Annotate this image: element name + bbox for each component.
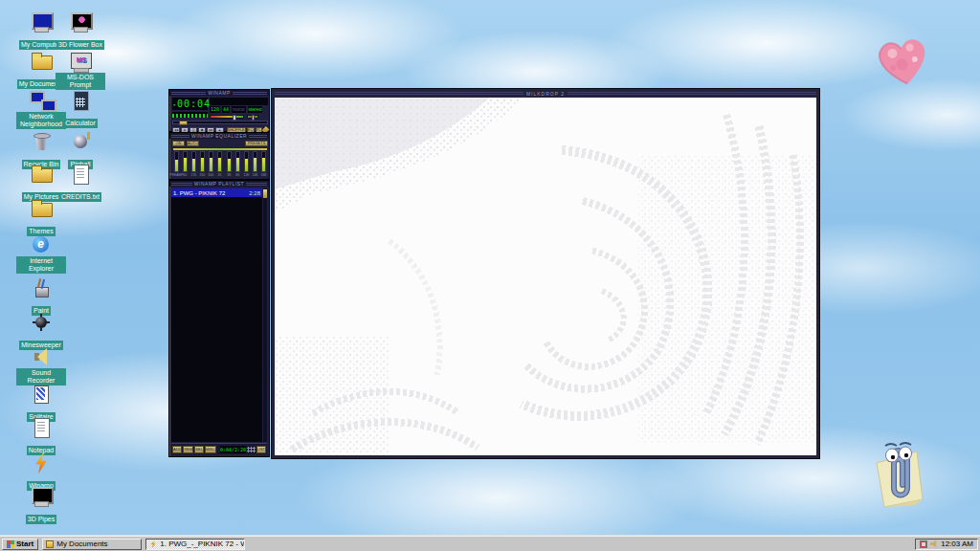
- eq-band[interactable]: 3K: [225, 151, 233, 178]
- winamp-main-titlebar[interactable]: WINAMP: [169, 90, 269, 96]
- pink-heart-icon: [873, 33, 934, 90]
- titlebar-line: [275, 92, 523, 95]
- balance-slider[interactable]: [247, 115, 258, 119]
- start-label: Start: [16, 540, 33, 548]
- desktop-icon-calculator[interactable]: Calculator: [56, 90, 105, 129]
- playlist-titlebar[interactable]: WINAMP PLAYLIST: [169, 181, 269, 187]
- visualization-titlebar[interactable]: MILKDROP 2: [275, 90, 816, 97]
- visualization-window: MILKDROP 2: [271, 88, 820, 459]
- winamp-lightning-icon: [149, 540, 157, 548]
- taskbar-task-my-documents[interactable]: My Documents: [42, 539, 142, 550]
- equalizer-controls: ON AUTO PRESETS: [172, 141, 268, 146]
- playlist-add-button[interactable]: ADD: [172, 446, 182, 453]
- minesweeper-icon: [29, 312, 54, 333]
- titlebar-line: [171, 135, 189, 138]
- desktop: My Computer 3D Flower Box My Documents M…: [0, 0, 980, 551]
- calculator-icon: [68, 90, 93, 111]
- titlebar-line: [171, 183, 192, 186]
- volume-tray-icon[interactable]: [930, 540, 938, 548]
- icon-label: 3D Flower Box: [56, 40, 104, 50]
- eq-auto-button[interactable]: AUTO: [187, 141, 199, 146]
- my-computer-icon: [29, 11, 54, 33]
- desktop-icon-minesweeper[interactable]: Minesweeper: [16, 312, 66, 351]
- taskbar-task-winamp[interactable]: 1. PWG_-_PIKNIK 72 - Wi...: [145, 539, 245, 550]
- display-settings-tray-icon[interactable]: [920, 540, 927, 548]
- paint-icon: [29, 277, 54, 298]
- winamp-playlist-window: WINAMP PLAYLIST 1. PWG - PIKNIK 72 2:28 …: [168, 180, 270, 457]
- text-file-icon: [68, 164, 93, 185]
- winamp-main-window: WINAMP ▸ 00:04 1. PWG - PIKNIK 72 (2:28)…: [168, 89, 270, 132]
- eq-band[interactable]: 170: [189, 151, 197, 178]
- start-button[interactable]: Start: [2, 539, 38, 550]
- playlist-select-button[interactable]: SEL: [194, 446, 204, 453]
- speaker-icon: [29, 346, 54, 367]
- desktop-icon-credits-txt[interactable]: CREDITS.txt: [56, 164, 105, 203]
- playlist-time-readout: 0:04/2:28: [220, 446, 246, 453]
- eq-band[interactable]: 12K: [243, 151, 251, 178]
- eq-band[interactable]: 60: [181, 151, 189, 178]
- stream-info: 128 44 mono stereo: [210, 106, 268, 113]
- clippy-assistant: [867, 438, 930, 518]
- titlebar-line: [568, 92, 816, 95]
- heart-sticker: [873, 33, 934, 94]
- desktop-icon-sound-recorder[interactable]: Sound Recorder: [16, 346, 66, 386]
- eq-presets-button[interactable]: PRESETS: [245, 141, 268, 146]
- bitrate-value: 128: [210, 106, 220, 113]
- eq-curve: [173, 148, 267, 150]
- icon-label: Internet Explorer: [16, 256, 66, 274]
- system-tray: 12:03 AM: [915, 539, 978, 550]
- desktop-icon-themes[interactable]: Themes: [16, 198, 66, 237]
- folder-icon: [29, 164, 54, 185]
- equalizer-title: WINAMP EQUALIZER: [191, 133, 247, 139]
- seek-bar[interactable]: [172, 121, 268, 124]
- playlist-item-title: 1. PWG - PIKNIK 72: [173, 190, 225, 196]
- eq-band[interactable]: 600: [208, 151, 215, 178]
- playlist-list-button[interactable]: LIST: [256, 446, 266, 453]
- network-icon: [29, 90, 54, 111]
- playlist-remove-button[interactable]: REM: [183, 446, 193, 453]
- winamp-title: WINAMP: [208, 90, 231, 96]
- desktop-icon-paint[interactable]: Paint: [16, 277, 66, 317]
- notepad-icon: [29, 417, 54, 438]
- volume-slider[interactable]: [210, 115, 244, 119]
- scrollbar-thumb[interactable]: [263, 189, 267, 198]
- eq-band[interactable]: 1K: [216, 151, 224, 178]
- winamp-lightning-icon: [29, 452, 54, 474]
- pipes-icon: [29, 486, 54, 507]
- stereo-indicator: stereo: [248, 106, 263, 113]
- icon-label: MS-DOS Prompt: [56, 73, 105, 90]
- eq-band[interactable]: 14K: [252, 151, 259, 178]
- playlist-item-selected[interactable]: 1. PWG - PIKNIK 72 2:28: [171, 188, 262, 197]
- titlebar-line: [246, 183, 267, 186]
- clock: 12:03 AM: [941, 540, 973, 548]
- eq-band-preamp[interactable]: PREAMP: [172, 151, 180, 178]
- playlist-misc-button[interactable]: MISC: [205, 446, 216, 453]
- desktop-icon-3d-flower-box[interactable]: 3D Flower Box: [56, 11, 105, 51]
- eq-on-button[interactable]: ON: [172, 141, 185, 146]
- internet-explorer-icon: [29, 234, 54, 255]
- track-title-marquee: 1. PWG - PIKNIK 72 (2:28): [210, 98, 268, 105]
- playlist-items: 1. PWG - PIKNIK 72 2:28: [171, 188, 262, 442]
- folder-icon: [29, 198, 54, 219]
- mini-transport-buttons[interactable]: [247, 447, 256, 452]
- folder-icon: [29, 51, 54, 72]
- eq-band[interactable]: 6K: [234, 151, 241, 178]
- desktop-icon-notepad[interactable]: Notepad: [16, 417, 66, 456]
- eq-band[interactable]: 310: [199, 151, 207, 178]
- taskbar: Start My Documents 1. PWG_-_PIKNIK 72 - …: [0, 536, 980, 551]
- seek-thumb[interactable]: [179, 121, 188, 125]
- playlist-item-duration: 2:28: [249, 190, 260, 196]
- clippy-paperclip-icon: [867, 438, 930, 515]
- samplerate-value: 44: [222, 106, 230, 113]
- desktop-icon-3d-pipes[interactable]: 3D Pipes: [16, 486, 66, 525]
- playlist-scrollbar[interactable]: [263, 188, 267, 442]
- desktop-icon-ms-dos-prompt[interactable]: MS-DOS Prompt: [56, 51, 105, 91]
- winamp-equalizer-window: WINAMP EQUALIZER ON AUTO PRESETS PREAMP …: [168, 132, 270, 180]
- desktop-icon-internet-explorer[interactable]: Internet Explorer: [16, 234, 66, 275]
- mono-indicator: mono: [232, 106, 246, 113]
- eq-band[interactable]: 16K: [260, 151, 268, 178]
- equalizer-titlebar[interactable]: WINAMP EQUALIZER: [169, 133, 269, 139]
- folder-icon: [46, 540, 54, 548]
- ms-dos-icon: [68, 51, 93, 72]
- icon-label: 3D Pipes: [26, 515, 56, 524]
